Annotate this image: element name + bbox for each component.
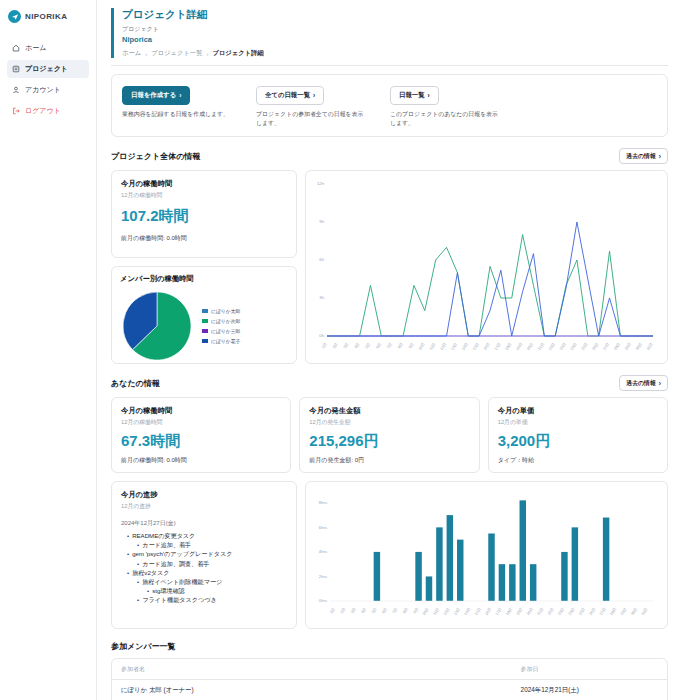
svg-text:26日: 26日 <box>589 607 597 616</box>
table-row[interactable]: にぽりか 太郎 (オーナー)2024年12月21日(土) <box>112 679 667 700</box>
bar <box>374 552 380 601</box>
your-history-button[interactable]: 過去の情報 › <box>619 375 668 391</box>
page-title: プロジェクト詳細 <box>122 8 668 22</box>
sidebar-item-logout[interactable]: ログアウト <box>7 102 89 120</box>
breadcrumb-item[interactable]: ホーム <box>122 49 141 58</box>
svg-text:2hrs: 2hrs <box>319 574 327 579</box>
svg-text:5日: 5日 <box>365 342 372 349</box>
svg-text:25日: 25日 <box>578 607 586 616</box>
progress-item: •旅程イベント削除機能マージ <box>121 577 287 586</box>
account-icon <box>12 86 20 95</box>
svg-text:17日: 17日 <box>494 342 502 351</box>
progress-item-text: 旅程v2タスク <box>132 568 169 577</box>
svg-text:22日: 22日 <box>548 342 556 351</box>
project-hours-card: 今月の稼働時間 12月の稼働時間 107.2時間 前月の稼働時間: 0.0時間 <box>111 170 297 258</box>
svg-text:2日: 2日 <box>340 607 347 614</box>
progress-card: 今月の進捗 12月の進捗 2024年12月27日(金) •READMEの変更タス… <box>111 481 297 629</box>
legend-item: にぽりか次郎 <box>202 318 240 324</box>
logo-text: NIPORIKA <box>25 12 67 21</box>
progress-date: 2024年12月27日(金) <box>121 519 287 528</box>
svg-text:29日: 29日 <box>624 342 632 351</box>
stat-subtitle: 12月の稼働時間 <box>121 418 281 427</box>
breadcrumb: ホーム›プロジェクト一覧›プロジェクト詳細 <box>122 49 668 58</box>
progress-item: •カード追加、着手 <box>121 540 287 549</box>
create-report-button[interactable]: 日報を作成する› <box>122 86 190 105</box>
svg-text:0hrs: 0hrs <box>319 599 327 604</box>
svg-text:15日: 15日 <box>472 342 480 351</box>
progress-row: 今月の進捗 12月の進捗 2024年12月27日(金) •READMEの変更タス… <box>111 481 668 629</box>
column-header: 参加者名 <box>112 659 512 679</box>
svg-text:1日: 1日 <box>321 342 328 349</box>
all-reports-button[interactable]: 全ての日報一覧› <box>256 86 324 105</box>
progress-item: •stg環境確認 <box>121 586 287 595</box>
report-action: 日報一覧›このプロジェクトのあなたの日報を表示します。 <box>390 83 502 127</box>
bar <box>436 527 442 601</box>
svg-text:8日: 8日 <box>397 342 404 349</box>
bullet-icon: • <box>137 595 139 604</box>
project-history-button[interactable]: 過去の情報 › <box>619 148 668 164</box>
svg-text:4hrs: 4hrs <box>319 549 327 554</box>
progress-list: •READMEの変更タスク•カード追加、着手•gem 'psych'のアップグレ… <box>121 531 287 604</box>
svg-text:2日: 2日 <box>332 342 339 349</box>
svg-text:6日: 6日 <box>375 342 382 349</box>
bar <box>426 577 432 602</box>
project-line-chart: 0h3h6h9h12h1日2日3日4日5日6日7日8日9日10日11日12日13… <box>310 176 658 360</box>
svg-text:4日: 4日 <box>361 607 368 614</box>
chevron-right-icon: › <box>659 153 661 160</box>
progress-item-text: READMEの変更タスク <box>132 531 195 540</box>
progress-item-text: フライト機能タスクつづき <box>142 595 217 604</box>
action-description: プロジェクトの参加者全ての日報を表示します。 <box>256 110 368 127</box>
breadcrumb-item[interactable]: プロジェクト一覧 <box>151 49 202 58</box>
svg-text:29日: 29日 <box>620 607 628 616</box>
svg-text:19日: 19日 <box>516 342 524 351</box>
report-action: 全ての日報一覧›プロジェクトの参加者全ての日報を表示します。 <box>256 83 368 127</box>
svg-text:7日: 7日 <box>392 607 399 614</box>
svg-text:18日: 18日 <box>505 342 513 351</box>
bullet-icon: • <box>137 577 139 586</box>
progress-item: •カード追加、調査、着手 <box>121 559 287 568</box>
progress-item-text: gem 'psych'のアップグレードタスク <box>132 549 232 558</box>
progress-item: •フライト機能タスクつづき <box>121 595 287 604</box>
svg-text:22日: 22日 <box>547 607 555 616</box>
sidebar-item-project[interactable]: プロジェクト <box>7 60 89 78</box>
your-stat-cards: 今月の稼働時間12月の稼働時間67.3時間前月の稼働時間: 0.0時間今月の発生… <box>111 397 668 473</box>
bar <box>447 515 453 601</box>
your-bar-chart-card: 0hrs2hrs4hrs6hrs8hrs1日2日3日4日5日6日7日8日9日10… <box>305 481 668 629</box>
stat-value: 3,200円 <box>498 432 658 451</box>
column-header: 参加日 <box>512 659 667 679</box>
sidebar-item-home[interactable]: ホーム <box>7 39 89 57</box>
svg-text:12日: 12日 <box>443 607 451 616</box>
project-section-title: プロジェクト全体の情報 <box>111 151 200 162</box>
svg-text:12h: 12h <box>317 182 325 187</box>
my-reports-button[interactable]: 日報一覧› <box>390 86 439 105</box>
svg-text:10日: 10日 <box>422 607 430 616</box>
bar <box>530 564 536 601</box>
breadcrumb-item: プロジェクト詳細 <box>212 49 263 58</box>
join-date: 2024年12月21日(土) <box>512 680 667 700</box>
progress-title: 今月の進捗 <box>121 490 287 500</box>
svg-text:24日: 24日 <box>570 342 578 351</box>
project-label: プロジェクト <box>122 25 668 34</box>
project-left-column: 今月の稼働時間 12月の稼働時間 107.2時間 前月の稼働時間: 0.0時間 … <box>111 170 297 364</box>
svg-text:9日: 9日 <box>408 342 415 349</box>
svg-text:31日: 31日 <box>641 607 649 616</box>
svg-text:6h: 6h <box>319 258 324 263</box>
logo[interactable]: NIPORIKA <box>7 8 89 33</box>
header-divider <box>111 65 668 66</box>
legend-label: にぽりか三郎 <box>211 328 240 334</box>
stat-footer: タイプ：時給 <box>498 456 658 465</box>
chevron-right-icon: › <box>428 92 430 99</box>
legend-item: にぽりか太郎 <box>202 308 240 314</box>
stat-footer: 前月の発生金額: 0円 <box>309 456 469 465</box>
svg-text:17日: 17日 <box>495 607 503 616</box>
stat-subtitle: 12月の稼働時間 <box>121 191 287 200</box>
svg-text:11日: 11日 <box>433 607 441 616</box>
pie-card-title: メンバー別の稼働時間 <box>120 274 288 284</box>
svg-text:0h: 0h <box>319 334 324 339</box>
project-line-chart-card: 0h3h6h9h12h1日2日3日4日5日6日7日8日9日10日11日12日13… <box>305 170 668 364</box>
project-section-body: 今月の稼働時間 12月の稼働時間 107.2時間 前月の稼働時間: 0.0時間 … <box>111 170 668 364</box>
sidebar-item-account[interactable]: アカウント <box>7 81 89 99</box>
action-description: このプロジェクトのあなたの日報を表示します。 <box>390 110 502 127</box>
your-hours-card: 今月の稼働時間12月の稼働時間67.3時間前月の稼働時間: 0.0時間 <box>111 397 291 473</box>
sidebar-item-label: ホーム <box>25 43 46 53</box>
